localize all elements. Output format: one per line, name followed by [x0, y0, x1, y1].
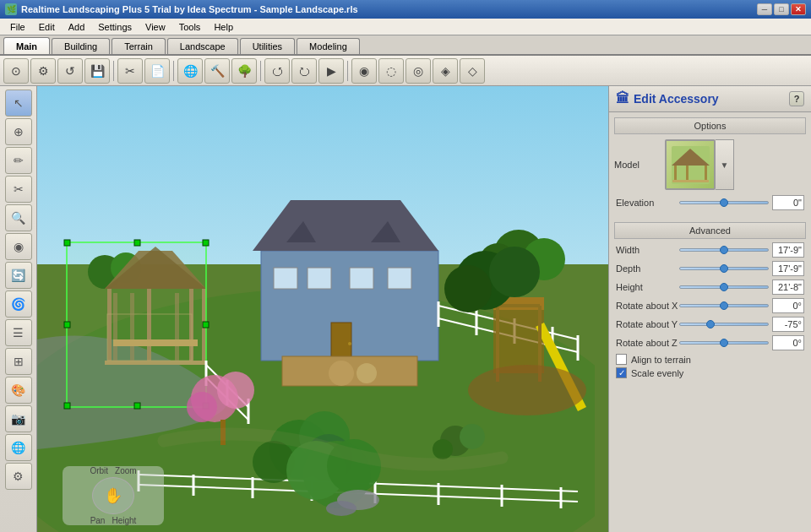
rotate-z-slider[interactable]	[679, 341, 769, 345]
window-controls[interactable]: ─ □ ✕	[757, 3, 806, 15]
sidebar-search[interactable]: 🔍	[5, 204, 32, 231]
sidebar-camera[interactable]: 📷	[5, 405, 32, 432]
rotate-z-label: Rotate about Z	[616, 338, 679, 348]
viewport[interactable]: Orbit Zoom ✋ Pan Height	[37, 86, 608, 532]
menu-help[interactable]: Help	[207, 20, 240, 34]
navigation-hint: Orbit Zoom ✋ Pan Height	[63, 466, 164, 525]
menu-add[interactable]: Add	[62, 20, 92, 34]
tool-undo[interactable]: ↺	[57, 58, 83, 84]
svg-rect-13	[350, 268, 373, 289]
tool-settings[interactable]: ⚙	[30, 58, 56, 84]
svg-rect-53	[134, 403, 140, 409]
width-slider-thumb[interactable]	[720, 246, 728, 254]
rotate-y-slider[interactable]	[679, 323, 769, 326]
edit-accessory-icon: 🏛	[616, 91, 629, 106]
scale-evenly-checkbox[interactable]: ✓	[616, 367, 627, 378]
tool-rotate-cw[interactable]: ⭮	[291, 58, 317, 84]
align-terrain-checkbox[interactable]	[616, 354, 627, 365]
height-slider[interactable]	[679, 285, 769, 289]
edit-accessory-label: Edit Accessory	[634, 92, 719, 106]
height-label: Height	[616, 282, 679, 292]
rotate-x-value: 0°	[772, 298, 804, 313]
sidebar-cut[interactable]: ✂	[5, 176, 32, 203]
menu-file[interactable]: File	[3, 20, 32, 34]
tool-circle1[interactable]: ◉	[351, 58, 377, 84]
tool-cut[interactable]: ✂	[117, 58, 143, 84]
tool-globe[interactable]: 🌐	[177, 58, 203, 84]
tool-circle2[interactable]: ◌	[378, 58, 404, 84]
sidebar-edit[interactable]: ✏	[5, 147, 32, 174]
close-button[interactable]: ✕	[791, 3, 806, 15]
rotate-x-thumb[interactable]	[720, 301, 728, 310]
menu-view[interactable]: View	[139, 20, 172, 34]
menu-tools[interactable]: Tools	[172, 20, 208, 34]
tab-modeling[interactable]: Modeling	[297, 38, 360, 54]
rotate-z-row: Rotate about Z 0°	[614, 335, 806, 350]
tool-circle4[interactable]: ◈	[433, 58, 458, 84]
nav-height-label: Height	[112, 516, 136, 525]
width-slider[interactable]	[679, 248, 769, 252]
rotate-y-row: Rotate about Y -75°	[614, 317, 806, 332]
tool-circle3[interactable]: ◎	[406, 58, 431, 84]
svg-rect-47	[64, 240, 70, 246]
rotate-y-thumb[interactable]	[706, 320, 715, 328]
separator-4	[347, 61, 348, 81]
depth-value: 17'-9"	[772, 261, 804, 276]
tool-play[interactable]: ▶	[318, 58, 344, 84]
tool-hammer[interactable]: 🔨	[204, 58, 230, 84]
tab-utilities[interactable]: Utilities	[240, 38, 295, 54]
sidebar-select[interactable]: ↖	[5, 90, 32, 117]
height-slider-thumb[interactable]	[720, 283, 728, 291]
tool-tree[interactable]: 🌳	[231, 58, 257, 84]
left-sidebar: ↖ ⊕ ✏ ✂ 🔍 ◉ 🔄 🌀 ☰ ⊞ 🎨 📷 🌐 ⚙	[0, 86, 37, 532]
rotate-y-value: -75°	[772, 317, 804, 332]
rotate-z-thumb[interactable]	[720, 339, 728, 347]
help-button[interactable]: ?	[789, 91, 804, 106]
sidebar-add[interactable]: ⊕	[5, 118, 32, 145]
menu-edit[interactable]: Edit	[32, 20, 62, 34]
tool-copy[interactable]: 📄	[144, 58, 170, 84]
tab-terrain[interactable]: Terrain	[112, 38, 166, 54]
svg-point-88	[444, 265, 492, 312]
tool-rotate-ccw[interactable]: ⭯	[264, 58, 290, 84]
svg-point-82	[326, 501, 357, 516]
sidebar-grid[interactable]: ⊞	[5, 348, 32, 375]
rotate-z-value: 0°	[772, 335, 804, 350]
sidebar-rotate[interactable]: 🔄	[5, 262, 32, 289]
tab-building[interactable]: Building	[52, 38, 110, 54]
svg-point-72	[187, 392, 217, 422]
elevation-label: Elevation	[616, 198, 679, 208]
sidebar-menu[interactable]: ☰	[5, 319, 32, 346]
model-dropdown-button[interactable]: ▼	[716, 139, 734, 190]
edit-accessory-header: 🏛 Edit Accessory ?	[609, 86, 811, 112]
sidebar-earth[interactable]: 🌐	[5, 434, 32, 461]
rotate-x-slider[interactable]	[679, 304, 769, 307]
sidebar-swirl[interactable]: 🌀	[5, 290, 32, 318]
sidebar-gear[interactable]: ⚙	[5, 463, 32, 490]
svg-rect-14	[388, 268, 411, 289]
sidebar-color[interactable]: 🎨	[5, 377, 32, 404]
titlebar: 🌿 Realtime Landscaping Plus 5 Trial by I…	[0, 0, 811, 19]
tool-pointer[interactable]: ⊙	[3, 58, 29, 84]
minimize-button[interactable]: ─	[757, 3, 772, 15]
svg-rect-52	[64, 403, 70, 409]
tool-save[interactable]: 💾	[84, 58, 110, 84]
tab-landscape[interactable]: Landscape	[167, 38, 238, 54]
depth-slider-thumb[interactable]	[720, 264, 728, 273]
svg-rect-46	[67, 242, 206, 407]
sidebar-view[interactable]: ◉	[5, 233, 32, 260]
width-label: Width	[616, 245, 679, 255]
elevation-slider-thumb[interactable]	[720, 198, 728, 207]
separator-3	[260, 61, 261, 81]
maximize-button[interactable]: □	[774, 3, 789, 15]
svg-point-71	[217, 372, 254, 409]
depth-slider[interactable]	[679, 267, 769, 270]
svg-point-16	[348, 342, 351, 345]
nav-circle[interactable]: ✋	[92, 477, 134, 514]
tabbar: Main Building Terrain Landscape Utilitie…	[0, 35, 811, 56]
model-preview[interactable]	[665, 139, 716, 190]
elevation-slider[interactable]	[679, 201, 769, 204]
tab-main[interactable]: Main	[3, 37, 50, 54]
menu-settings[interactable]: Settings	[91, 20, 139, 34]
tool-circle5[interactable]: ◇	[460, 58, 485, 84]
